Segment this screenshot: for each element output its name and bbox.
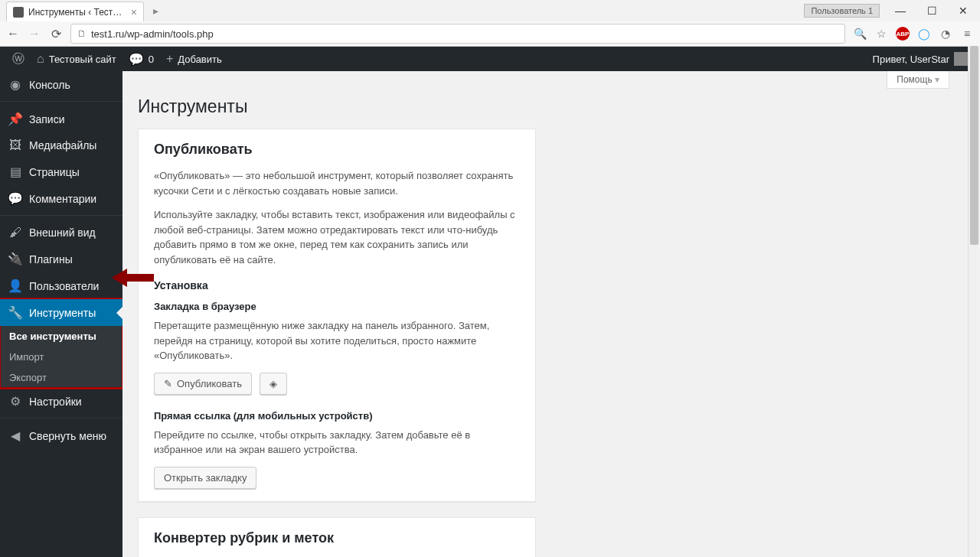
highlighted-section: 🔧Инструменты Все инструменты Импорт Эксп… bbox=[0, 299, 122, 388]
pages-icon: ▤ bbox=[8, 164, 23, 179]
url-input[interactable]: 🗋 test1.ru/wp-admin/tools.php bbox=[70, 24, 845, 44]
converter-card: Конвертер рубрик и меток bbox=[138, 517, 536, 558]
page-info-icon[interactable]: 🗋 bbox=[77, 28, 87, 39]
sidebar-item-media[interactable]: 🖾Медиафайлы bbox=[0, 132, 122, 158]
gear-icon: ⚙ bbox=[8, 394, 23, 409]
plugin-icon: 🔌 bbox=[8, 252, 23, 266]
user-icon: 👤 bbox=[8, 278, 23, 293]
reload-button[interactable]: ⟳ bbox=[49, 27, 63, 41]
close-window-icon[interactable]: ✕ bbox=[952, 5, 974, 17]
add-new-link[interactable]: +Добавить bbox=[160, 47, 228, 71]
tab-title: Инструменты ‹ Тестовый bbox=[28, 7, 125, 18]
tab-bar: Инструменты ‹ Тестовый × ▸ Пользователь … bbox=[0, 0, 980, 21]
press-this-card: Опубликовать «Опубликовать» — это неболь… bbox=[138, 129, 536, 502]
url-text: test1.ru/wp-admin/tools.php bbox=[91, 28, 838, 40]
browser-chrome: Инструменты ‹ Тестовый × ▸ Пользователь … bbox=[0, 0, 980, 47]
dashboard-icon: ◉ bbox=[8, 77, 23, 92]
press-this-code-button[interactable]: ◈ bbox=[260, 373, 287, 395]
help-tab[interactable]: Помощь bbox=[887, 71, 949, 89]
direct-link-heading: Прямая ссылка (для мобильных устройств) bbox=[154, 410, 520, 422]
new-tab-button[interactable]: ▸ bbox=[149, 3, 163, 18]
submenu-import[interactable]: Импорт bbox=[0, 347, 122, 367]
card-text: Перейдите по ссылке, чтобы открыть закла… bbox=[154, 428, 520, 458]
browser-tab[interactable]: Инструменты ‹ Тестовый × bbox=[6, 2, 144, 21]
pin-icon: 📌 bbox=[8, 112, 23, 126]
brush-icon: 🖌 bbox=[8, 226, 23, 239]
scrollbar-thumb[interactable] bbox=[970, 46, 978, 245]
bookmark-icon[interactable]: ☆ bbox=[874, 27, 888, 41]
wrench-icon: 🔧 bbox=[8, 305, 23, 320]
clipboard-icon: ◈ bbox=[270, 378, 277, 389]
sidebar-item-dashboard[interactable]: ◉Консоль bbox=[0, 71, 122, 98]
menu-icon[interactable]: ≡ bbox=[960, 27, 974, 41]
sidebar-item-pages[interactable]: ▤Страницы bbox=[0, 158, 122, 185]
wp-admin-bar: ⓦ ⌂Тестовый сайт 💬0 +Добавить Привет, Us… bbox=[0, 47, 980, 71]
scrollbar[interactable] bbox=[968, 46, 980, 557]
menu-separator bbox=[0, 98, 122, 102]
user-greeting[interactable]: Привет, UserStar bbox=[867, 47, 974, 71]
sidebar-item-posts[interactable]: 📌Записи bbox=[0, 106, 122, 132]
submenu-export[interactable]: Экспорт bbox=[0, 367, 122, 388]
card-heading: Конвертер рубрик и меток bbox=[154, 530, 520, 546]
sidebar-collapse[interactable]: ◀Свернуть меню bbox=[0, 422, 122, 449]
sidebar-item-tools[interactable]: 🔧Инструменты bbox=[0, 299, 122, 326]
sidebar-item-users[interactable]: 👤Пользователи bbox=[0, 272, 122, 299]
media-icon: 🖾 bbox=[8, 138, 23, 152]
page-title: Инструменты bbox=[138, 96, 965, 117]
open-bookmarklet-button[interactable]: Открыть закладку bbox=[154, 467, 256, 489]
card-text: Используйте закладку, чтобы вставить тек… bbox=[154, 207, 520, 267]
card-text: Перетащите размещённую ниже закладку на … bbox=[154, 318, 520, 363]
collapse-icon: ◀ bbox=[8, 428, 23, 443]
site-name-link[interactable]: ⌂Тестовый сайт bbox=[31, 47, 122, 71]
minimize-icon[interactable]: — bbox=[889, 5, 912, 17]
main-content: Помощь Инструменты Опубликовать «Опублик… bbox=[122, 71, 980, 557]
card-heading: Опубликовать bbox=[154, 142, 520, 158]
tab-close-icon[interactable]: × bbox=[131, 6, 137, 18]
screen-meta: Помощь bbox=[138, 71, 965, 89]
address-bar: ← → ⟳ 🗋 test1.ru/wp-admin/tools.php 🔍 ☆ … bbox=[0, 21, 980, 46]
profile-icon[interactable]: ◔ bbox=[939, 27, 952, 41]
card-text: «Опубликовать» — это небольшой инструмен… bbox=[154, 168, 520, 198]
comments-icon: 💬 bbox=[8, 191, 23, 206]
comments-link[interactable]: 💬0 bbox=[122, 47, 160, 71]
tools-submenu: Все инструменты Импорт Экспорт bbox=[0, 326, 122, 388]
wp-logo[interactable]: ⓦ bbox=[6, 47, 31, 71]
submenu-all-tools[interactable]: Все инструменты bbox=[0, 326, 122, 347]
menu-separator bbox=[0, 415, 122, 419]
sidebar-item-appearance[interactable]: 🖌Внешний вид bbox=[0, 220, 122, 246]
back-button[interactable]: ← bbox=[6, 27, 20, 41]
avatar bbox=[954, 52, 968, 66]
install-heading: Установка bbox=[154, 279, 520, 292]
sidebar-item-settings[interactable]: ⚙Настройки bbox=[0, 388, 122, 415]
sidebar-item-plugins[interactable]: 🔌Плагины bbox=[0, 246, 122, 272]
press-this-bookmarklet[interactable]: ✎Опубликовать bbox=[154, 373, 252, 395]
adblock-icon[interactable]: ABP bbox=[896, 27, 910, 41]
maximize-icon[interactable]: ☐ bbox=[921, 5, 943, 17]
zoom-icon[interactable]: 🔍 bbox=[853, 27, 867, 41]
edit-icon: ✎ bbox=[164, 378, 172, 389]
bookmarklet-heading: Закладка в браузере bbox=[154, 301, 520, 312]
extension-icon[interactable]: ◯ bbox=[917, 27, 931, 41]
user-badge[interactable]: Пользователь 1 bbox=[804, 4, 880, 18]
forward-button[interactable]: → bbox=[28, 27, 41, 41]
sidebar-item-comments[interactable]: 💬Комментарии bbox=[0, 185, 122, 212]
tab-favicon bbox=[13, 7, 24, 18]
menu-separator bbox=[0, 212, 122, 216]
admin-menu: ◉Консоль 📌Записи 🖾Медиафайлы ▤Страницы 💬… bbox=[0, 71, 122, 557]
